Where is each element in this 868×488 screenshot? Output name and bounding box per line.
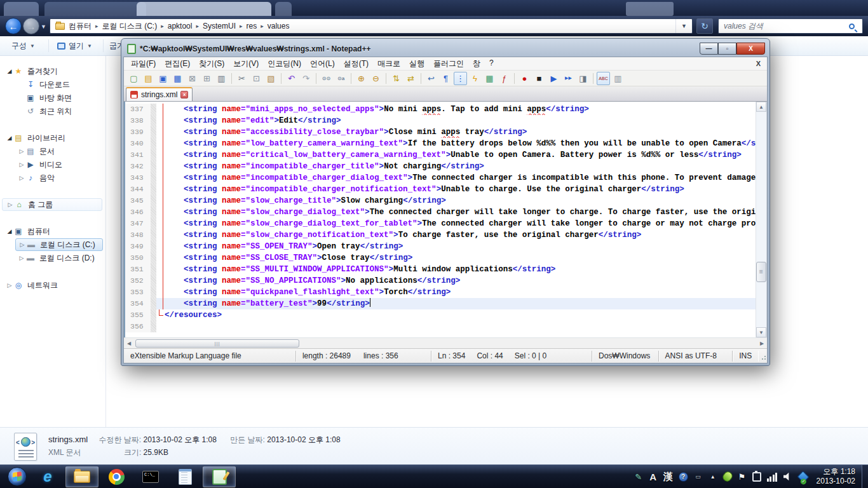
breadcrumb-item[interactable]: 컴퓨터 — [65, 21, 95, 32]
start-button[interactable] — [4, 466, 31, 487]
bookmark-margin[interactable] — [151, 309, 156, 321]
show-all-characters-icon[interactable]: ¶ — [439, 72, 452, 85]
organize-button[interactable]: 구성▼ — [11, 41, 35, 51]
editor-line-341[interactable]: 341 <string name="critical_low_battery_c… — [125, 149, 756, 161]
menu-item[interactable]: 찾기(S) — [194, 58, 229, 69]
expander-closed-icon[interactable]: ▷ — [18, 255, 25, 261]
notepadpp-titlebar[interactable]: *C:₩apktool₩SystemUI₩res₩values₩strings.… — [123, 41, 768, 57]
scroll-down-arrow[interactable]: ▼ — [756, 327, 766, 337]
editor-line-356[interactable]: 356 — [125, 321, 756, 332]
bookmark-margin[interactable] — [151, 241, 156, 252]
bookmark-margin[interactable] — [151, 321, 156, 332]
fold-margin[interactable] — [156, 149, 165, 161]
cut-icon[interactable]: ✂ — [235, 72, 248, 85]
play-macro-icon[interactable]: ▶ — [547, 72, 560, 85]
editor-line-346[interactable]: 346 <string name="slow_charge_dialog_tex… — [125, 207, 756, 218]
hidden-icons-arrow[interactable]: ▲ — [709, 471, 717, 482]
notepad-icon[interactable] — [168, 466, 201, 487]
sidebar-item-recent-places[interactable]: ↺최근 위치 — [15, 105, 103, 118]
vertical-scrollbar[interactable]: ▲ ☰ ▼ — [756, 102, 766, 337]
tablet-pen-icon[interactable]: ▭ — [694, 471, 703, 482]
menu-item[interactable]: 매크로 — [373, 58, 405, 69]
expander-open-icon[interactable]: ◢ — [6, 228, 13, 234]
zoom-out-icon[interactable]: ⊖ — [369, 72, 383, 85]
clipboard-icon[interactable] — [752, 472, 761, 482]
action-center-flag-icon[interactable]: ⚑ — [738, 471, 747, 482]
fold-margin[interactable] — [156, 161, 165, 172]
bookmark-margin[interactable] — [151, 287, 156, 298]
close-all-icon[interactable]: ⊞ — [200, 72, 214, 85]
horizontal-scrollbar[interactable]: ◀ ||| ▶ — [124, 337, 767, 348]
ime-help-icon[interactable]: ? — [679, 472, 688, 482]
record-macro-icon[interactable]: ● — [518, 72, 531, 85]
bookmark-margin[interactable] — [151, 298, 156, 309]
editor-line-342[interactable]: 342 <string name="incompatible_charger_t… — [125, 161, 756, 172]
bookmark-margin[interactable] — [151, 172, 156, 184]
bookmark-margin[interactable] — [151, 161, 156, 172]
fold-margin[interactable] — [156, 264, 165, 275]
editor-line-339[interactable]: 339 <string name="accessibility_close_tr… — [125, 126, 756, 138]
close-doc-icon[interactable]: ⊠ — [186, 72, 199, 85]
find-icon[interactable]: ⊙⊙ — [320, 72, 333, 85]
save-icon[interactable]: ▣ — [156, 72, 170, 85]
fold-margin[interactable] — [156, 104, 165, 115]
editor-line-344[interactable]: 344 <string name="incompatible_charger_n… — [125, 184, 756, 195]
expander-closed-icon[interactable]: ▷ — [6, 201, 14, 208]
breadcrumb[interactable]: 컴퓨터▸로컬 디스크 (C:)▸apktool▸SystemUI▸res▸val… — [65, 21, 293, 32]
sidebar-item-music[interactable]: ▷♪음악 — [15, 172, 103, 184]
editor-line-352[interactable]: 352 <string name="SS_NO_APPLICATIONS">No… — [125, 275, 756, 287]
menu-item[interactable]: 설정(T) — [339, 58, 373, 69]
vertical-scroll-thumb[interactable]: ☰ — [756, 262, 766, 282]
editor-line-355[interactable]: 355</resources> — [125, 309, 756, 321]
tab-close-icon[interactable]: x — [180, 91, 188, 98]
bookmark-margin[interactable] — [151, 207, 156, 218]
bookmark-margin[interactable] — [151, 104, 156, 115]
fold-margin[interactable] — [156, 241, 165, 252]
save-all-icon[interactable]: ▦ — [171, 72, 184, 85]
editor-line-340[interactable]: 340 <string name="low_battery_camera_war… — [125, 138, 756, 149]
bookmark-margin[interactable] — [151, 252, 156, 264]
fold-margin[interactable] — [156, 252, 165, 264]
horizontal-scroll-thumb[interactable]: ||| — [135, 339, 299, 348]
ime-hanja-icon[interactable]: 漢 — [663, 471, 673, 482]
search-input[interactable] — [719, 22, 849, 30]
menu-close-icon[interactable]: X — [750, 60, 767, 67]
bookmark-margin[interactable] — [151, 264, 156, 275]
editor-line-353[interactable]: 353 <string name="quickpanel_flashlight_… — [125, 287, 756, 298]
menu-item[interactable]: 보기(V) — [229, 58, 263, 69]
new-file-icon[interactable]: ▢ — [127, 72, 140, 85]
menu-item[interactable]: 언어(L) — [306, 58, 339, 69]
menu-item[interactable]: 플러그인 — [429, 58, 468, 69]
open-button[interactable]: 열기▼ — [57, 41, 92, 51]
fold-margin[interactable] — [156, 321, 165, 332]
scroll-right-arrow[interactable]: ▶ — [757, 341, 767, 346]
fold-margin[interactable] — [156, 115, 165, 126]
bookmark-margin[interactable] — [151, 218, 156, 229]
copy-icon[interactable]: ⊡ — [250, 72, 263, 85]
document-map-icon[interactable]: ▦ — [483, 72, 496, 85]
stop-macro-icon[interactable]: ■ — [532, 72, 546, 85]
open-folder-icon[interactable]: ▤ — [142, 72, 155, 85]
maximize-button[interactable]: ▫ — [718, 43, 736, 55]
sidebar-item-documents[interactable]: ▷▤문서 — [15, 145, 103, 158]
bookmark-margin[interactable] — [151, 115, 156, 126]
show-desktop-button[interactable] — [862, 465, 868, 488]
sync-horizontal-icon[interactable]: ⇄ — [404, 72, 417, 85]
sidebar-section-network[interactable]: ▷◎네트워크 — [2, 279, 102, 292]
back-button[interactable]: ← — [5, 18, 22, 34]
search-icon[interactable] — [849, 24, 855, 29]
expander-open-icon[interactable]: ◢ — [6, 68, 13, 74]
fold-margin[interactable] — [156, 287, 165, 298]
sidebar-divider[interactable] — [105, 56, 106, 427]
sidebar-item-local-disk-c[interactable]: ▷▬로컬 디스크 (C:) — [15, 238, 103, 251]
notepadpp-taskbar-icon[interactable] — [203, 466, 236, 487]
redo-icon[interactable]: ↷ — [299, 72, 313, 85]
breadcrumb-item[interactable]: SystemUI — [199, 22, 240, 30]
fold-margin[interactable] — [156, 275, 165, 287]
editor-line-349[interactable]: 349 <string name="SS_OPEN_TRAY">Open tra… — [125, 241, 756, 252]
function-list-icon[interactable]: ƒ — [498, 72, 511, 85]
menu-item[interactable]: 인코딩(N) — [263, 58, 306, 69]
address-dropdown-icon[interactable]: ▼ — [675, 19, 692, 33]
editor-line-347[interactable]: 347 <string name="slow_charge_dialog_tex… — [125, 218, 756, 229]
expander-closed-icon[interactable]: ▷ — [18, 148, 25, 154]
